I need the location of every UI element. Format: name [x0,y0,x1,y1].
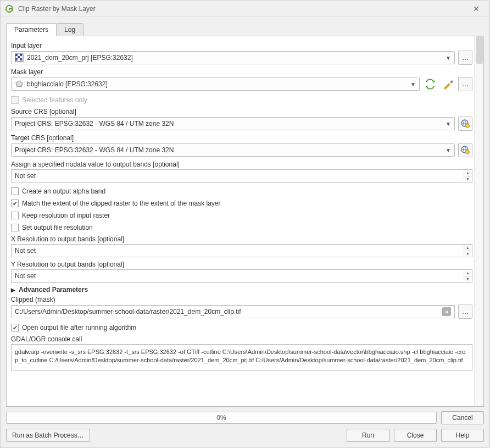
target-crs-select-button[interactable] [458,143,472,157]
window-title: Clip Raster by Mask Layer [18,5,467,13]
progress-text: 0% [216,414,226,422]
vertical-scrollbar[interactable] [475,36,484,407]
clipped-output-browse-button[interactable]: … [458,305,472,319]
chevron-down-icon: ▼ [446,55,451,61]
panel-wrap: Input layer 2021_dem_20cm_prj [EPSG:3263… [6,36,484,407]
source-crs-dropdown[interactable]: Project CRS: EPSG:32632 - WGS 84 / UTM z… [11,117,455,130]
nodata-value: Not set [15,172,469,180]
label-nodata: Assign a specified nodata value to outpu… [11,161,472,168]
nodata-spinbox[interactable]: Not set ▲▼ [11,169,472,182]
x-resolution-value: Not set [15,247,469,255]
set-file-resolution-label: Set output file resolution [22,224,93,231]
alpha-band-checkbox[interactable] [11,187,19,195]
qgis-logo-icon [5,4,14,13]
tab-parameters-label: Parameters [14,26,48,34]
spinbox-arrows[interactable]: ▲▼ [464,170,471,181]
selected-features-only-checkbox [11,96,19,104]
svg-rect-6 [20,58,22,60]
help-button[interactable]: Help [441,429,484,442]
label-clipped: Clipped (mask) [11,296,472,303]
label-x-resolution: X Resolution to output bands [optional] [11,235,472,243]
polygon-layer-icon [15,80,24,89]
label-y-resolution: Y Resolution to output bands [optional] [11,261,472,268]
content-area: Parameters Log Input layer 2021_dem_20cm… [1,17,489,407]
spinbox-arrows[interactable]: ▲▼ [464,245,471,256]
scrollbar-thumb[interactable] [476,36,483,64]
advanced-parameters-toggle[interactable]: ▶ Advanced Parameters [11,286,472,294]
raster-layer-icon [15,53,24,62]
label-input-layer: Input layer [11,42,472,49]
run-as-batch-button[interactable]: Run as Batch Process… [6,429,90,442]
input-layer-value: 2021_dem_20cm_prj [EPSG:32632] [27,54,443,62]
tab-parameters[interactable]: Parameters [6,23,57,36]
svg-rect-4 [18,56,20,58]
label-console-call: GDAL/OGR console call [11,335,472,343]
keep-resolution-label: Keep resolution of input raster [22,212,110,219]
y-resolution-value: Not set [15,272,469,280]
input-layer-dropdown[interactable]: 2021_dem_20cm_prj [EPSG:32632] ▼ [11,51,455,64]
spinbox-arrows[interactable]: ▲▼ [464,270,471,281]
svg-marker-7 [16,81,23,87]
advanced-parameters-label: Advanced Parameters [19,286,88,294]
mask-layer-browse-button[interactable]: … [458,77,472,91]
match-extent-label: Match the extent of the clipped raster t… [22,200,221,207]
set-file-resolution-checkbox[interactable] [11,224,19,231]
triangle-right-icon: ▶ [11,287,15,293]
close-button[interactable]: Close [394,429,437,442]
close-window-button[interactable]: ✕ [467,4,485,13]
y-resolution-spinbox[interactable]: Not set ▲▼ [11,269,472,283]
svg-point-11 [466,151,470,154]
target-crs-dropdown[interactable]: Project CRS: EPSG:32632 - WGS 84 / UTM z… [11,143,455,157]
titlebar: Clip Raster by Mask Layer ✕ [1,1,489,17]
console-call-text: gdalwarp -overwrite -s_srs EPSG:32632 -t… [11,344,472,370]
label-target-crs: Target CRS [optional] [11,134,472,142]
footer: 0% Cancel Run as Batch Process… Run Clos… [1,407,489,447]
cancel-button[interactable]: Cancel [441,411,484,424]
clipped-output-field[interactable]: C:/Users/Admin/Desktop/summer-school-dat… [11,305,455,318]
svg-rect-5 [15,58,18,60]
label-source-crs: Source CRS [optional] [11,108,472,115]
dialog-window: Clip Raster by Mask Layer ✕ Parameters L… [0,0,490,448]
iterate-features-button[interactable] [423,77,437,91]
clear-text-icon[interactable]: ✕ [442,307,451,316]
advanced-options-button[interactable] [441,77,455,91]
tab-log[interactable]: Log [56,23,83,36]
run-button[interactable]: Run [347,429,389,442]
target-crs-value: Project CRS: EPSG:32632 - WGS 84 / UTM z… [15,146,443,154]
progress-bar: 0% [6,412,437,424]
parameters-panel: Input layer 2021_dem_20cm_prj [EPSG:3263… [6,36,475,407]
svg-rect-3 [20,54,22,56]
mask-layer-value: bbghiacciaio [EPSG:32632] [27,80,408,88]
svg-point-9 [466,124,470,128]
svg-rect-2 [15,54,18,56]
match-extent-checkbox[interactable] [11,200,19,207]
keep-resolution-checkbox[interactable] [11,212,19,219]
chevron-down-icon: ▼ [446,121,451,127]
alpha-band-label: Create an output alpha band [22,187,105,195]
open-output-label: Open output file after running algorithm [22,324,136,331]
open-output-checkbox[interactable] [11,324,19,331]
selected-features-only-label: Selected features only [22,96,87,104]
input-layer-browse-button[interactable]: … [458,51,472,65]
tab-bar: Parameters Log [6,23,484,36]
label-mask-layer: Mask layer [11,68,472,76]
tab-log-label: Log [64,26,75,34]
chevron-down-icon: ▼ [446,147,451,153]
chevron-down-icon: ▼ [410,81,416,87]
source-crs-value: Project CRS: EPSG:32632 - WGS 84 / UTM z… [15,120,443,128]
clipped-output-value: C:/Users/Admin/Desktop/summer-school-dat… [15,308,442,316]
mask-layer-dropdown[interactable]: bbghiacciaio [EPSG:32632] ▼ [11,78,420,91]
source-crs-select-button[interactable] [458,117,472,131]
x-resolution-spinbox[interactable]: Not set ▲▼ [11,244,472,257]
